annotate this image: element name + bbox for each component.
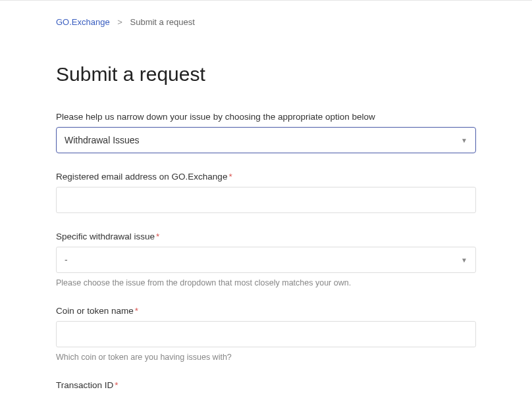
chevron-down-icon: ▼ [461, 257, 467, 264]
issue-type-select[interactable]: Withdrawal Issues ▼ [56, 127, 476, 153]
form-container: GO.Exchange > Submit a request Submit a … [0, 1, 532, 390]
coin-input[interactable] [56, 321, 476, 347]
issue-type-value: Withdrawal Issues [65, 135, 140, 145]
issue-type-label-text: Please help us narrow down your issue by… [56, 112, 375, 122]
specific-issue-value: - [65, 255, 68, 265]
email-label-text: Registered email address on GO.Exchange [56, 172, 227, 182]
specific-issue-label-text: Specific withdrawal issue [56, 232, 155, 241]
email-input[interactable] [56, 187, 476, 213]
specific-issue-hint: Please choose the issue from the dropdow… [56, 278, 476, 287]
coin-label: Coin or token name* [56, 306, 476, 316]
breadcrumb-current: Submit a request [130, 17, 195, 27]
breadcrumb-root-link[interactable]: GO.Exchange [56, 17, 110, 27]
breadcrumb-separator: > [117, 17, 122, 27]
required-marker: * [115, 380, 118, 390]
coin-hint: Which coin or token are you having issue… [56, 353, 476, 362]
coin-label-text: Coin or token name [56, 306, 134, 316]
field-txid: Transaction ID* [56, 380, 476, 390]
chevron-down-icon: ▼ [461, 137, 467, 144]
specific-issue-select[interactable]: - ▼ [56, 247, 476, 273]
required-marker: * [135, 306, 138, 316]
required-marker: * [156, 232, 159, 241]
field-specific-issue: Specific withdrawal issue* - ▼ Please ch… [56, 232, 476, 287]
page-title: Submit a request [56, 63, 476, 86]
field-issue-type: Please help us narrow down your issue by… [56, 112, 476, 153]
issue-type-label: Please help us narrow down your issue by… [56, 112, 476, 122]
specific-issue-label: Specific withdrawal issue* [56, 232, 476, 241]
txid-label: Transaction ID* [56, 380, 476, 390]
txid-label-text: Transaction ID [56, 380, 113, 390]
field-coin: Coin or token name* Which coin or token … [56, 306, 476, 362]
email-label: Registered email address on GO.Exchange* [56, 172, 476, 182]
breadcrumb: GO.Exchange > Submit a request [56, 17, 476, 27]
field-email: Registered email address on GO.Exchange* [56, 172, 476, 213]
required-marker: * [228, 172, 232, 182]
